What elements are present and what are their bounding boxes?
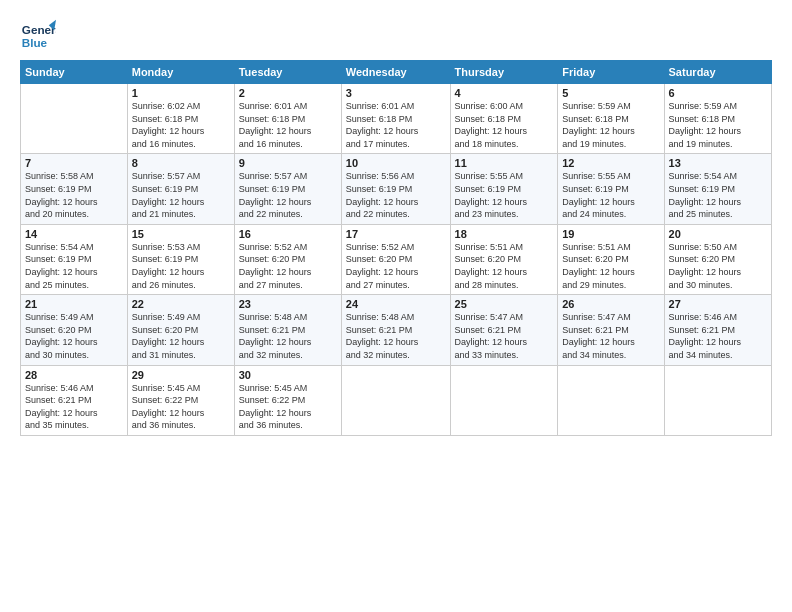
calendar-cell: 23Sunrise: 5:48 AM Sunset: 6:21 PM Dayli… bbox=[234, 295, 341, 365]
calendar-cell: 27Sunrise: 5:46 AM Sunset: 6:21 PM Dayli… bbox=[664, 295, 771, 365]
day-number: 7 bbox=[25, 157, 123, 169]
day-number: 10 bbox=[346, 157, 446, 169]
day-number: 12 bbox=[562, 157, 659, 169]
day-info: Sunrise: 5:58 AM Sunset: 6:19 PM Dayligh… bbox=[25, 170, 123, 220]
logo: General Blue bbox=[20, 18, 56, 54]
day-number: 11 bbox=[455, 157, 554, 169]
calendar-cell: 22Sunrise: 5:49 AM Sunset: 6:20 PM Dayli… bbox=[127, 295, 234, 365]
calendar-cell: 15Sunrise: 5:53 AM Sunset: 6:19 PM Dayli… bbox=[127, 224, 234, 294]
calendar-cell: 2Sunrise: 6:01 AM Sunset: 6:18 PM Daylig… bbox=[234, 84, 341, 154]
calendar-cell: 8Sunrise: 5:57 AM Sunset: 6:19 PM Daylig… bbox=[127, 154, 234, 224]
calendar-cell: 10Sunrise: 5:56 AM Sunset: 6:19 PM Dayli… bbox=[341, 154, 450, 224]
header: General Blue bbox=[20, 18, 772, 54]
header-row: SundayMondayTuesdayWednesdayThursdayFrid… bbox=[21, 61, 772, 84]
calendar-cell bbox=[341, 365, 450, 435]
day-info: Sunrise: 5:45 AM Sunset: 6:22 PM Dayligh… bbox=[239, 382, 337, 432]
day-number: 2 bbox=[239, 87, 337, 99]
calendar-cell: 5Sunrise: 5:59 AM Sunset: 6:18 PM Daylig… bbox=[558, 84, 664, 154]
day-number: 8 bbox=[132, 157, 230, 169]
day-number: 3 bbox=[346, 87, 446, 99]
day-info: Sunrise: 5:55 AM Sunset: 6:19 PM Dayligh… bbox=[455, 170, 554, 220]
calendar-cell bbox=[450, 365, 558, 435]
day-info: Sunrise: 5:52 AM Sunset: 6:20 PM Dayligh… bbox=[239, 241, 337, 291]
calendar-cell: 26Sunrise: 5:47 AM Sunset: 6:21 PM Dayli… bbox=[558, 295, 664, 365]
day-info: Sunrise: 5:54 AM Sunset: 6:19 PM Dayligh… bbox=[25, 241, 123, 291]
col-header-monday: Monday bbox=[127, 61, 234, 84]
day-number: 22 bbox=[132, 298, 230, 310]
week-row-1: 1Sunrise: 6:02 AM Sunset: 6:18 PM Daylig… bbox=[21, 84, 772, 154]
day-info: Sunrise: 5:51 AM Sunset: 6:20 PM Dayligh… bbox=[455, 241, 554, 291]
calendar-cell bbox=[558, 365, 664, 435]
calendar-table: SundayMondayTuesdayWednesdayThursdayFrid… bbox=[20, 60, 772, 436]
day-number: 29 bbox=[132, 369, 230, 381]
day-number: 30 bbox=[239, 369, 337, 381]
day-number: 23 bbox=[239, 298, 337, 310]
calendar-cell: 12Sunrise: 5:55 AM Sunset: 6:19 PM Dayli… bbox=[558, 154, 664, 224]
day-number: 14 bbox=[25, 228, 123, 240]
day-info: Sunrise: 5:49 AM Sunset: 6:20 PM Dayligh… bbox=[25, 311, 123, 361]
calendar-cell: 24Sunrise: 5:48 AM Sunset: 6:21 PM Dayli… bbox=[341, 295, 450, 365]
day-info: Sunrise: 5:51 AM Sunset: 6:20 PM Dayligh… bbox=[562, 241, 659, 291]
week-row-3: 14Sunrise: 5:54 AM Sunset: 6:19 PM Dayli… bbox=[21, 224, 772, 294]
day-info: Sunrise: 6:00 AM Sunset: 6:18 PM Dayligh… bbox=[455, 100, 554, 150]
day-info: Sunrise: 5:46 AM Sunset: 6:21 PM Dayligh… bbox=[669, 311, 767, 361]
calendar-cell: 9Sunrise: 5:57 AM Sunset: 6:19 PM Daylig… bbox=[234, 154, 341, 224]
week-row-5: 28Sunrise: 5:46 AM Sunset: 6:21 PM Dayli… bbox=[21, 365, 772, 435]
calendar-cell: 18Sunrise: 5:51 AM Sunset: 6:20 PM Dayli… bbox=[450, 224, 558, 294]
day-info: Sunrise: 6:01 AM Sunset: 6:18 PM Dayligh… bbox=[346, 100, 446, 150]
logo-icon: General Blue bbox=[20, 18, 56, 54]
calendar-cell: 1Sunrise: 6:02 AM Sunset: 6:18 PM Daylig… bbox=[127, 84, 234, 154]
calendar-cell bbox=[21, 84, 128, 154]
day-number: 20 bbox=[669, 228, 767, 240]
calendar-body: 1Sunrise: 6:02 AM Sunset: 6:18 PM Daylig… bbox=[21, 84, 772, 436]
day-info: Sunrise: 5:57 AM Sunset: 6:19 PM Dayligh… bbox=[132, 170, 230, 220]
day-info: Sunrise: 6:02 AM Sunset: 6:18 PM Dayligh… bbox=[132, 100, 230, 150]
day-info: Sunrise: 5:50 AM Sunset: 6:20 PM Dayligh… bbox=[669, 241, 767, 291]
day-number: 13 bbox=[669, 157, 767, 169]
day-info: Sunrise: 5:48 AM Sunset: 6:21 PM Dayligh… bbox=[239, 311, 337, 361]
day-info: Sunrise: 5:57 AM Sunset: 6:19 PM Dayligh… bbox=[239, 170, 337, 220]
calendar-cell: 6Sunrise: 5:59 AM Sunset: 6:18 PM Daylig… bbox=[664, 84, 771, 154]
calendar-page: General Blue SundayMondayTuesdayWednesda… bbox=[0, 0, 792, 612]
calendar-cell: 16Sunrise: 5:52 AM Sunset: 6:20 PM Dayli… bbox=[234, 224, 341, 294]
day-number: 27 bbox=[669, 298, 767, 310]
day-info: Sunrise: 5:59 AM Sunset: 6:18 PM Dayligh… bbox=[669, 100, 767, 150]
day-number: 25 bbox=[455, 298, 554, 310]
day-number: 6 bbox=[669, 87, 767, 99]
calendar-cell: 20Sunrise: 5:50 AM Sunset: 6:20 PM Dayli… bbox=[664, 224, 771, 294]
calendar-cell: 19Sunrise: 5:51 AM Sunset: 6:20 PM Dayli… bbox=[558, 224, 664, 294]
day-number: 21 bbox=[25, 298, 123, 310]
day-info: Sunrise: 5:52 AM Sunset: 6:20 PM Dayligh… bbox=[346, 241, 446, 291]
day-number: 9 bbox=[239, 157, 337, 169]
week-row-4: 21Sunrise: 5:49 AM Sunset: 6:20 PM Dayli… bbox=[21, 295, 772, 365]
col-header-thursday: Thursday bbox=[450, 61, 558, 84]
day-info: Sunrise: 5:47 AM Sunset: 6:21 PM Dayligh… bbox=[562, 311, 659, 361]
day-info: Sunrise: 5:45 AM Sunset: 6:22 PM Dayligh… bbox=[132, 382, 230, 432]
svg-text:Blue: Blue bbox=[22, 36, 48, 49]
col-header-wednesday: Wednesday bbox=[341, 61, 450, 84]
day-number: 18 bbox=[455, 228, 554, 240]
day-number: 24 bbox=[346, 298, 446, 310]
day-info: Sunrise: 5:49 AM Sunset: 6:20 PM Dayligh… bbox=[132, 311, 230, 361]
day-number: 15 bbox=[132, 228, 230, 240]
calendar-cell: 21Sunrise: 5:49 AM Sunset: 6:20 PM Dayli… bbox=[21, 295, 128, 365]
day-info: Sunrise: 5:48 AM Sunset: 6:21 PM Dayligh… bbox=[346, 311, 446, 361]
day-number: 19 bbox=[562, 228, 659, 240]
col-header-sunday: Sunday bbox=[21, 61, 128, 84]
calendar-cell: 4Sunrise: 6:00 AM Sunset: 6:18 PM Daylig… bbox=[450, 84, 558, 154]
day-info: Sunrise: 5:47 AM Sunset: 6:21 PM Dayligh… bbox=[455, 311, 554, 361]
day-number: 28 bbox=[25, 369, 123, 381]
calendar-cell bbox=[664, 365, 771, 435]
col-header-saturday: Saturday bbox=[664, 61, 771, 84]
col-header-tuesday: Tuesday bbox=[234, 61, 341, 84]
day-info: Sunrise: 5:54 AM Sunset: 6:19 PM Dayligh… bbox=[669, 170, 767, 220]
day-info: Sunrise: 5:53 AM Sunset: 6:19 PM Dayligh… bbox=[132, 241, 230, 291]
day-number: 16 bbox=[239, 228, 337, 240]
calendar-cell: 11Sunrise: 5:55 AM Sunset: 6:19 PM Dayli… bbox=[450, 154, 558, 224]
day-info: Sunrise: 6:01 AM Sunset: 6:18 PM Dayligh… bbox=[239, 100, 337, 150]
col-header-friday: Friday bbox=[558, 61, 664, 84]
calendar-cell: 17Sunrise: 5:52 AM Sunset: 6:20 PM Dayli… bbox=[341, 224, 450, 294]
calendar-cell: 13Sunrise: 5:54 AM Sunset: 6:19 PM Dayli… bbox=[664, 154, 771, 224]
day-number: 17 bbox=[346, 228, 446, 240]
day-number: 4 bbox=[455, 87, 554, 99]
